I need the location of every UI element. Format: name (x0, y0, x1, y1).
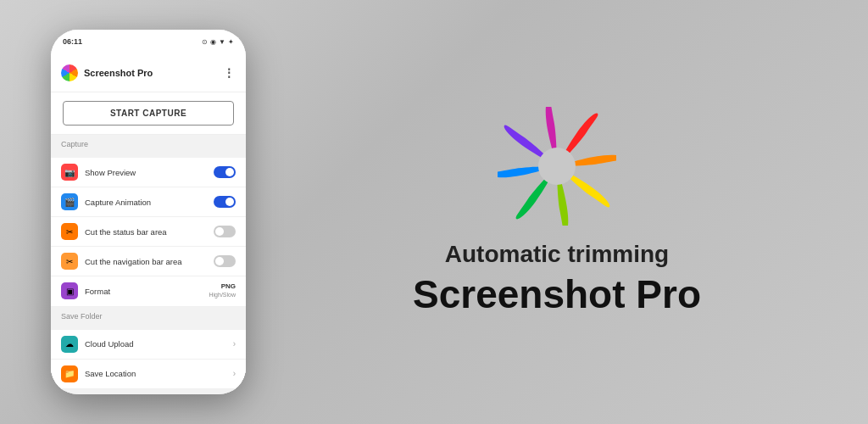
phone-frame: 06:11 ⊙ ◉ ▼ ✦ Screenshot Pro ⋮ START CAP… (51, 30, 246, 394)
list-item[interactable]: ✂ Cut the navigation bar area (51, 247, 246, 276)
cut-nav-bar-toggle[interactable] (214, 255, 236, 267)
app-bar-left: Screenshot Pro (61, 64, 153, 81)
format-label: Format (85, 287, 202, 296)
menu-dots-icon[interactable]: ⋮ (223, 66, 236, 80)
cut-nav-bar-icon: ✂ (61, 253, 78, 270)
status-time: 06:11 (63, 37, 82, 46)
start-capture-wrap: START CAPTURE (51, 92, 246, 135)
app-icon (61, 64, 78, 81)
start-capture-button[interactable]: START CAPTURE (63, 101, 234, 126)
brand-title: Screenshot Pro (413, 271, 701, 317)
show-preview-icon: 📷 (61, 164, 78, 181)
show-preview-toggle[interactable] (214, 166, 236, 178)
app-bar-title: Screenshot Pro (84, 68, 153, 78)
format-icon: ▣ (61, 282, 78, 299)
show-preview-label: Show Preview (85, 168, 207, 177)
capture-animation-label: Capture Animation (85, 198, 207, 207)
capture-section: 📷 Show Preview 🎬 Capture Animation ✂ Cut… (51, 158, 246, 307)
phone-mockup: 06:11 ⊙ ◉ ▼ ✦ Screenshot Pro ⋮ START CAP… (51, 30, 246, 394)
list-item[interactable]: 📷 Show Preview (51, 158, 246, 187)
phone-status-bar: 06:11 ⊙ ◉ ▼ ✦ (51, 30, 246, 53)
branding-section: Automatic trimming Screenshot Pro (246, 90, 868, 334)
app-bar: Screenshot Pro ⋮ (51, 53, 246, 92)
list-item[interactable]: 🎬 Capture Animation (51, 187, 246, 217)
cut-nav-bar-label: Cut the navigation bar area (85, 257, 207, 266)
list-item[interactable]: 📁 Save Location › (51, 360, 246, 389)
cut-status-bar-label: Cut the status bar area (85, 227, 207, 237)
list-item[interactable]: ✂ Cut the status bar area (51, 217, 246, 247)
save-folder-section-label: Save Folder (51, 307, 246, 323)
phone-content: Screenshot Pro ⋮ START CAPTURE Capture 📷… (51, 53, 246, 394)
brand-subtitle: Automatic trimming (445, 241, 669, 268)
save-location-icon: 📁 (61, 365, 78, 382)
cut-status-bar-icon: ✂ (61, 223, 78, 240)
chevron-right-icon: › (233, 369, 236, 378)
save-folder-section: ☁ Cloud Upload › 📁 Save Location › (51, 330, 246, 389)
format-value: PNGHigh/Slow (209, 282, 236, 300)
cloud-upload-label: Cloud Upload (85, 339, 226, 349)
app-logo (498, 107, 616, 226)
save-location-label: Save Location (85, 369, 226, 378)
list-item[interactable]: ☁ Cloud Upload › (51, 330, 246, 360)
capture-section-label: Capture (51, 135, 246, 151)
svg-point-0 (538, 148, 576, 185)
chevron-right-icon: › (233, 339, 236, 349)
capture-animation-icon: 🎬 (61, 193, 78, 210)
cut-status-bar-toggle[interactable] (214, 226, 236, 237)
status-icons: ⊙ ◉ ▼ ✦ (202, 38, 234, 46)
cloud-upload-icon: ☁ (61, 336, 78, 353)
capture-animation-toggle[interactable] (214, 196, 236, 208)
list-item[interactable]: ▣ Format PNGHigh/Slow (51, 276, 246, 307)
